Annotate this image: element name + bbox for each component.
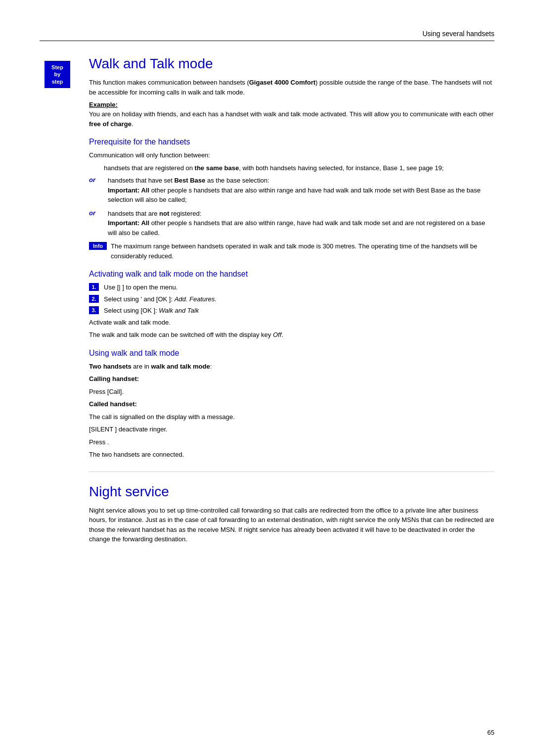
step-num-2: 2.: [89, 295, 99, 303]
called-text4: The two handsets are connected.: [89, 450, 494, 460]
called-text3: Press .: [89, 437, 494, 447]
walk-talk-intro: This function makes communication betwee…: [89, 78, 494, 97]
or-label-2: or: [89, 209, 108, 217]
prereq-item1: handsets that are registered on the same…: [104, 163, 494, 173]
content-area: Step by step Walk and Talk mode This fun…: [40, 56, 494, 547]
step-row-2: 2. Select using ' and [OK ]: Add. Featur…: [89, 294, 494, 304]
info-text: The maximum range between handsets opera…: [111, 241, 494, 261]
activate-title: Activating walk and talk mode on the han…: [89, 270, 494, 279]
called-text1: The call is signalled on the display wit…: [89, 412, 494, 422]
walk-talk-title: Walk and Talk mode: [89, 56, 494, 72]
step-text-1: Use [| ] to open the menu.: [104, 283, 178, 292]
step-badge: Step by step: [44, 61, 70, 88]
step-row-1: 1. Use [| ] to open the menu.: [89, 283, 494, 292]
or-content-2: handsets that are not registered: Import…: [108, 209, 494, 238]
activate-step4: Activate walk and talk mode.: [89, 318, 494, 328]
night-service-title: Night service: [89, 484, 494, 500]
info-badge: Info: [89, 242, 107, 250]
using-title: Using walk and talk mode: [89, 349, 494, 358]
step-row-3: 3. Select using [OK ]: Walk and Talk: [89, 306, 494, 316]
or-row-2: or handsets that are not registered: Imp…: [89, 209, 494, 238]
example-label: Example:: [89, 101, 494, 108]
activate-step5: The walk and talk mode can be switched o…: [89, 330, 494, 340]
step-text-3: Select using [OK ]: Walk and Talk: [104, 306, 199, 316]
called-text2: [SILENT ] deactivate ringer.: [89, 425, 494, 434]
page-header-title: Using several handsets: [422, 30, 494, 38]
calling-text: Press [Call].: [89, 387, 494, 397]
or-row-1: or handsets that have set Best Base as t…: [89, 176, 494, 205]
example-text: You are on holiday with friends, and eac…: [89, 109, 494, 129]
page-header: Using several handsets: [40, 30, 494, 41]
prereq-intro: Communication will only function between…: [89, 150, 494, 160]
night-service-text: Night service allows you to set up time-…: [89, 506, 494, 544]
step-text-2: Select using ' and [OK ]: Add. Features.: [104, 294, 217, 304]
section-divider: [89, 472, 494, 472]
or-label-1: or: [89, 176, 108, 184]
right-content: Walk and Talk mode This function makes c…: [89, 56, 494, 547]
using-intro: Two handsets are in walk and talk mode:: [89, 362, 494, 372]
left-sidebar: Step by step: [40, 56, 89, 547]
prerequisite-title: Prerequisite for the handsets: [89, 138, 494, 146]
or-content-1: handsets that have set Best Base as the …: [108, 176, 494, 205]
step-num-3: 3.: [89, 306, 99, 314]
called-label: Called handset:: [89, 399, 494, 409]
page-number: 65: [488, 729, 494, 736]
info-badge-container: Info The maximum range between handsets …: [89, 241, 494, 261]
page-container: Using several handsets Step by step Walk…: [0, 0, 534, 756]
step-num-1: 1.: [89, 283, 99, 291]
calling-label: Calling handset:: [89, 374, 494, 384]
